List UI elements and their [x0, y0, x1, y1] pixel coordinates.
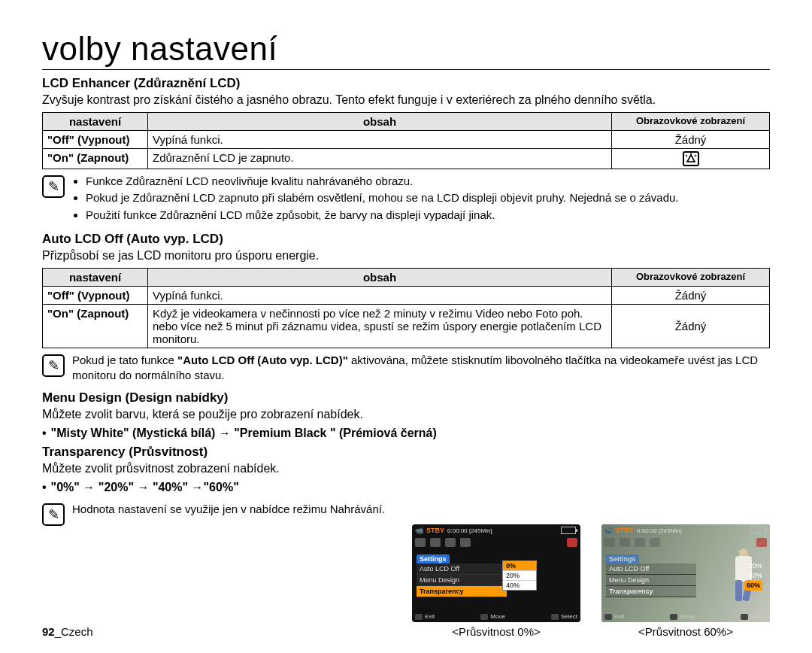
battery-icon	[561, 527, 576, 534]
side-value: 20%	[744, 561, 762, 571]
camera-icon: 📹	[604, 527, 613, 534]
camcorder-screen: 📹 STBY 0:00:00 [245Min] Settings Auto LC…	[601, 524, 770, 622]
th-content: obsah	[148, 113, 612, 131]
note-box: ✎ Funkce Zdůraznění LCD neovlivňuje kval…	[42, 174, 770, 224]
desc-menu-design: Můžete zvolit barvu, která se použije pr…	[42, 407, 770, 422]
note-box: ✎ Hodnota nastavení se využije jen v nab…	[42, 502, 770, 526]
menu-item-selected: Transparency	[606, 586, 696, 597]
table-auto-lcd-off: nastavení obsah Obrazovkové zobrazení "O…	[42, 268, 770, 348]
note-item: Funkce Zdůraznění LCD neovlivňuje kvalit…	[86, 174, 679, 189]
note-text: Hodnota nastavení se využije jen v nabíd…	[72, 502, 385, 526]
menu-item-selected: Transparency	[417, 586, 507, 597]
desc-transparency: Můžete zvolit průsvitnost zobrazení nabí…	[42, 461, 770, 476]
caption-60pct: <Průsvitnost 60%>	[638, 625, 733, 638]
mode-icon-row	[604, 536, 767, 548]
screenshot-group: 📹 STBY 0:00:00 [245Min] Settings Auto LC…	[412, 524, 770, 638]
menu-button-icon	[415, 614, 423, 620]
joystick-icon	[670, 614, 677, 620]
bullet-transparency: •"0%" → "20%" → "40%" →"60%"	[42, 481, 770, 494]
table-row: "On" (Zapnout) Zdůraznění LCD je zapnuto…	[43, 149, 770, 169]
side-value-selected: 60%	[744, 581, 762, 591]
th-display: Obrazovkové zobrazení	[612, 268, 770, 286]
note-list: Funkce Zdůraznění LCD neovlivňuje kvalit…	[72, 174, 679, 224]
cell-setting: "On" (Zapnout)	[43, 149, 148, 169]
select-label: Select	[561, 613, 577, 620]
cell-content: Vypíná funkci.	[148, 286, 612, 304]
caption-0pct: <Průsvitnost 0%>	[452, 625, 541, 638]
stby-label: STBY	[426, 527, 444, 534]
page-language: Czech	[61, 625, 93, 638]
ok-icon	[551, 614, 559, 620]
cell-setting: "Off" (Vypnout)	[43, 286, 148, 304]
popup-option-selected: 0%	[503, 561, 536, 571]
heading-auto-lcd-off: Auto LCD Off (Auto vyp. LCD)	[42, 232, 770, 247]
pencil-note-icon: ✎	[42, 503, 65, 526]
bullet-menu-design: •"Misty White" (Mystická bílá) → "Premiu…	[42, 427, 770, 440]
popup-option: 40%	[503, 581, 536, 590]
bullet-text: "Misty White" (Mystická bílá) → "Premium…	[51, 427, 437, 439]
note-item: Použití funkce Zdůraznění LCD může způso…	[86, 208, 679, 223]
svg-line-3	[695, 155, 696, 156]
page-number: 92	[42, 625, 55, 638]
cell-display-icon	[612, 149, 770, 169]
side-value: 40%	[744, 571, 762, 581]
camcorder-screen: 📹 STBY 0:00:00 [245Min] Settings Auto LC…	[412, 524, 580, 622]
screenshot-60pct: 📹 STBY 0:00:00 [245Min] Settings Auto LC…	[601, 524, 770, 638]
note-span: Pokud je tato funkce	[72, 354, 177, 366]
exit-label: Exit	[425, 613, 435, 620]
title-rule	[42, 69, 770, 70]
heading-transparency: Transparency (Průsvitnost)	[42, 445, 770, 460]
bottom-bar: Exit Move Select	[415, 613, 577, 620]
svg-line-2	[686, 155, 687, 156]
manual-page: volby nastavení LCD Enhancer (Zdůraznění…	[0, 0, 812, 653]
desc-auto-lcd-off: Přizpůsobí se jas LCD monitoru pro úspor…	[42, 248, 770, 263]
bottom-bar: Exit Move Select	[604, 613, 767, 620]
th-setting: nastavení	[43, 113, 148, 131]
heading-menu-design: Menu Design (Design nabídky)	[42, 390, 770, 405]
transparency-popup: 0% 20% 40%	[502, 560, 537, 591]
settings-menu: Settings Auto LCD Off Menu Design Transp…	[606, 554, 696, 597]
pencil-note-icon: ✎	[42, 175, 65, 198]
page-footer: 92_Czech	[42, 625, 93, 638]
menu-item: Auto LCD Off	[417, 563, 507, 575]
th-setting: nastavení	[43, 268, 148, 286]
table-lcd-enhancer: nastavení obsah Obrazovkové zobrazení "O…	[42, 112, 770, 169]
stby-label: STBY	[616, 527, 634, 534]
time-label: 0:00:00 [245Min]	[447, 527, 492, 534]
cell-setting: "On" (Zapnout)	[43, 304, 148, 348]
table-row: "Off" (Vypnout) Vypíná funkci. Žádný	[43, 286, 770, 304]
move-label: Move	[490, 613, 505, 620]
settings-tab: Settings	[417, 554, 450, 563]
cell-setting: "Off" (Vypnout)	[43, 131, 148, 149]
cell-content: Vypíná funkci.	[148, 131, 612, 149]
page-title: volby nastavení	[42, 30, 770, 68]
ok-icon	[741, 614, 748, 620]
cell-content: Když je videokamera v nečinnosti po více…	[148, 304, 612, 348]
desc-lcd-enhancer: Zvyšuje kontrast pro získání čistého a j…	[42, 93, 770, 108]
popup-option: 20%	[503, 571, 536, 581]
table-header-row: nastavení obsah Obrazovkové zobrazení	[43, 268, 770, 286]
th-display: Obrazovkové zobrazení	[612, 113, 770, 131]
cell-display: Žádný	[612, 304, 770, 348]
cell-display: Žádný	[612, 131, 770, 149]
joystick-icon	[480, 614, 488, 620]
note-bold: "Auto LCD Off (Auto vyp. LCD)"	[177, 354, 348, 366]
screenshot-0pct: 📹 STBY 0:00:00 [245Min] Settings Auto LC…	[412, 524, 580, 638]
bullet-text: "0%" → "20%" → "40%" →"60%"	[51, 481, 239, 494]
cell-content: Zdůraznění LCD je zapnuto.	[148, 149, 612, 169]
cell-display: Žádný	[612, 286, 770, 304]
select-label: Select	[750, 613, 767, 620]
note-box: ✎ Pokud je tato funkce "Auto LCD Off (Au…	[42, 353, 770, 384]
exit-label: Exit	[614, 613, 624, 620]
table-row: "Off" (Vypnout) Vypíná funkci. Žádný	[43, 131, 770, 149]
settings-menu: Settings Auto LCD Off Menu Design Transp…	[417, 554, 507, 597]
time-label: 0:00:00 [245Min]	[637, 527, 682, 534]
menu-item: Menu Design	[606, 575, 696, 586]
move-label: Move	[680, 613, 695, 620]
pencil-note-icon: ✎	[42, 354, 65, 377]
menu-item: Menu Design	[417, 575, 507, 586]
note-text: Pokud je tato funkce "Auto LCD Off (Auto…	[72, 353, 770, 384]
note-item: Pokud je Zdůraznění LCD zapnuto při slab…	[86, 190, 679, 205]
menu-button-icon	[604, 614, 612, 620]
side-value-list: 20% 40% 60%	[744, 561, 762, 591]
